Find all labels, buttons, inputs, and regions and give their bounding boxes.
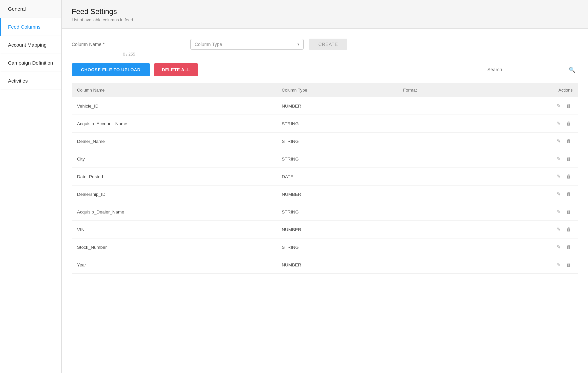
cell-column-name: Acquisio_Account_Name <box>72 115 276 133</box>
cell-format <box>398 150 480 168</box>
create-button[interactable]: CREATE <box>309 39 347 50</box>
action-row: CHOOSE FILE TO UPLOAD DELETE ALL 🔍 <box>72 63 578 76</box>
col-header-format: Format <box>398 83 480 97</box>
table-row: Dealership_ID NUMBER ✎ 🗑 <box>72 186 578 203</box>
delete-button[interactable]: 🗑 <box>565 243 573 250</box>
cell-actions: ✎ 🗑 <box>480 203 578 221</box>
table-row: Acquisio_Account_Name STRING ✎ 🗑 <box>72 115 578 133</box>
create-row: Column Type ▾ CREATE <box>72 39 578 50</box>
cell-column-type: STRING <box>276 133 398 150</box>
data-table: Column Name Column Type Format Actions V… <box>72 83 578 274</box>
cell-column-type: NUMBER <box>276 97 398 115</box>
cell-column-name: Dealership_ID <box>72 186 276 203</box>
delete-all-button[interactable]: DELETE ALL <box>154 63 198 76</box>
cell-column-name: Dealer_Name <box>72 133 276 150</box>
delete-button[interactable]: 🗑 <box>565 155 573 162</box>
sidebar-item-campaign-definition[interactable]: Campaign Definition <box>0 54 61 72</box>
delete-button[interactable]: 🗑 <box>565 190 573 197</box>
cell-column-name: VIN <box>72 221 276 238</box>
table-header: Column Name Column Type Format Actions <box>72 83 578 97</box>
edit-button[interactable]: ✎ <box>555 120 562 127</box>
table-row: Acquisio_Dealer_Name STRING ✎ 🗑 <box>72 203 578 221</box>
table-row: VIN NUMBER ✎ 🗑 <box>72 221 578 238</box>
table-row: Dealer_Name STRING ✎ 🗑 <box>72 133 578 150</box>
delete-button[interactable]: 🗑 <box>565 138 573 145</box>
cell-format <box>398 221 480 238</box>
cell-actions: ✎ 🗑 <box>480 168 578 186</box>
table-body: Vehicle_ID NUMBER ✎ 🗑 Acquisio_Account_N… <box>72 97 578 274</box>
delete-button[interactable]: 🗑 <box>565 173 573 180</box>
col-header-name: Column Name <box>72 83 276 97</box>
cell-column-type: NUMBER <box>276 256 398 274</box>
cell-actions: ✎ 🗑 <box>480 186 578 203</box>
cell-format <box>398 168 480 186</box>
edit-button[interactable]: ✎ <box>555 102 562 110</box>
cell-column-name: Stock_Number <box>72 238 276 256</box>
delete-button[interactable]: 🗑 <box>565 226 573 233</box>
column-type-dropdown[interactable]: Column Type ▾ <box>190 39 304 50</box>
edit-button[interactable]: ✎ <box>555 243 562 251</box>
sidebar-item-feed-columns[interactable]: Feed Columns <box>0 18 61 36</box>
cell-column-name: Year <box>72 256 276 274</box>
edit-button[interactable]: ✎ <box>555 208 562 215</box>
sidebar: GeneralFeed ColumnsAccount MappingCampai… <box>0 0 62 373</box>
sidebar-item-account-mapping[interactable]: Account Mapping <box>0 36 61 54</box>
cell-column-type: STRING <box>276 115 398 133</box>
delete-button[interactable]: 🗑 <box>565 120 573 127</box>
search-input[interactable] <box>487 67 569 72</box>
edit-button[interactable]: ✎ <box>555 226 562 233</box>
content-area: Column Type ▾ CREATE 0 / 255 CHOOSE FILE… <box>62 29 588 373</box>
edit-button[interactable]: ✎ <box>555 138 562 145</box>
col-header-actions: Actions <box>480 83 578 97</box>
cell-column-type: NUMBER <box>276 186 398 203</box>
edit-button[interactable]: ✎ <box>555 173 562 180</box>
sidebar-item-general[interactable]: General <box>0 0 61 18</box>
cell-format <box>398 115 480 133</box>
table-row: Date_Posted DATE ✎ 🗑 <box>72 168 578 186</box>
cell-actions: ✎ 🗑 <box>480 97 578 115</box>
cell-actions: ✎ 🗑 <box>480 238 578 256</box>
edit-button[interactable]: ✎ <box>555 190 562 198</box>
search-container: 🔍 <box>485 65 578 75</box>
cell-actions: ✎ 🗑 <box>480 150 578 168</box>
edit-button[interactable]: ✎ <box>555 155 562 163</box>
cell-format <box>398 238 480 256</box>
table-row: Stock_Number STRING ✎ 🗑 <box>72 238 578 256</box>
search-icon: 🔍 <box>569 67 575 73</box>
page-subtitle: List of available columns in feed <box>72 17 578 22</box>
edit-button[interactable]: ✎ <box>555 261 562 268</box>
cell-actions: ✎ 🗑 <box>480 133 578 150</box>
choose-file-button[interactable]: CHOOSE FILE TO UPLOAD <box>72 63 150 76</box>
cell-format <box>398 256 480 274</box>
cell-column-type: STRING <box>276 238 398 256</box>
col-header-type: Column Type <box>276 83 398 97</box>
cell-column-type: STRING <box>276 203 398 221</box>
sidebar-item-activities[interactable]: Activities <box>0 72 61 90</box>
main-content: Feed Settings List of available columns … <box>62 0 588 373</box>
table-row: Vehicle_ID NUMBER ✎ 🗑 <box>72 97 578 115</box>
column-name-input[interactable] <box>72 40 185 49</box>
table-row: Year NUMBER ✎ 🗑 <box>72 256 578 274</box>
cell-format <box>398 133 480 150</box>
cell-column-type: DATE <box>276 168 398 186</box>
page-header: Feed Settings List of available columns … <box>62 0 588 29</box>
cell-format <box>398 186 480 203</box>
cell-actions: ✎ 🗑 <box>480 115 578 133</box>
chevron-down-icon: ▾ <box>297 42 299 47</box>
cell-column-name: Vehicle_ID <box>72 97 276 115</box>
cell-column-name: Acquisio_Dealer_Name <box>72 203 276 221</box>
cell-column-type: STRING <box>276 150 398 168</box>
delete-button[interactable]: 🗑 <box>565 102 573 109</box>
cell-column-name: City <box>72 150 276 168</box>
table-row: City STRING ✎ 🗑 <box>72 150 578 168</box>
cell-actions: ✎ 🗑 <box>480 256 578 274</box>
cell-format <box>398 97 480 115</box>
cell-column-name: Date_Posted <box>72 168 276 186</box>
page-title: Feed Settings <box>72 7 578 16</box>
cell-column-type: NUMBER <box>276 221 398 238</box>
column-type-label: Column Type <box>195 42 222 47</box>
delete-button[interactable]: 🗑 <box>565 261 573 268</box>
delete-button[interactable]: 🗑 <box>565 208 573 215</box>
char-count: 0 / 255 <box>72 52 186 57</box>
cell-actions: ✎ 🗑 <box>480 221 578 238</box>
